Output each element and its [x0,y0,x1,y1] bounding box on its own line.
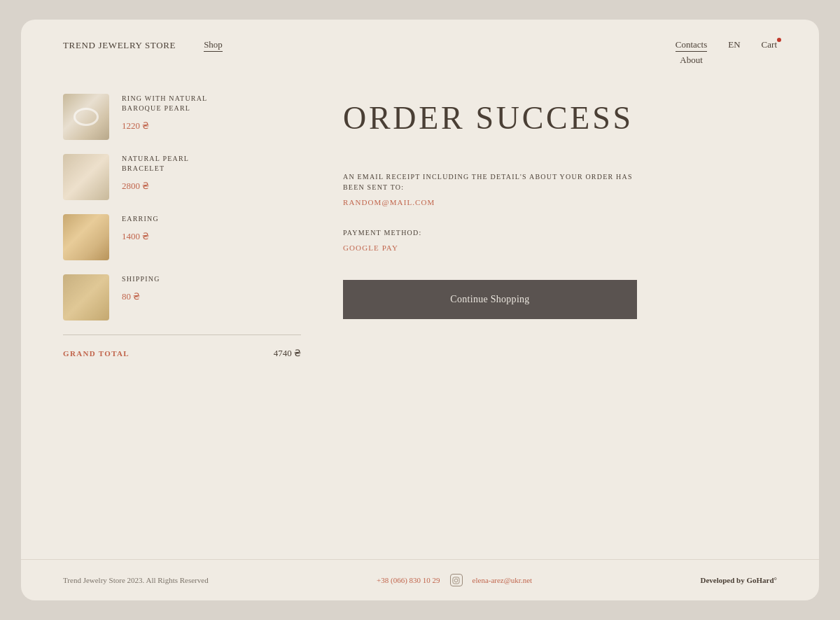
svg-rect-0 [453,577,459,583]
nav-shop-link[interactable]: Shop [204,39,223,52]
item-price-earring: 1400 ₴ [122,231,301,242]
footer-phone[interactable]: +38 (066) 830 10 29 [377,576,440,584]
footer-instagram-icon[interactable] [450,574,463,586]
item-info-earring: EARRING 1400 ₴ [122,214,301,242]
brand-name: TREND JEWELRY STORE [63,40,176,51]
item-image-bracelet [63,154,109,200]
item-image-earring [63,214,109,260]
item-price-bracelet: 2800 ₴ [122,181,301,192]
item-image-ring [63,94,109,140]
payment-label: PAYMENT METHOD: [343,227,777,238]
payment-info: PAYMENT METHOD: GOOGLE PAY [343,227,777,252]
footer-center: +38 (066) 830 10 29 elena-arez@ukr.net [377,574,532,586]
item-name-shipping: SHIPPING [122,274,301,284]
email-label: AN EMAIL RECEIPT INCLUDING THE DETAIL'S … [343,171,777,192]
order-item-ring: RING WITH NATURALBAROQUE PEARL 1220 ₴ [63,94,301,140]
continue-shopping-button[interactable]: Continue Shopping [343,280,637,319]
item-name-bracelet: NATURAL PEARLBRACELET [122,154,301,174]
nav-contacts-group: Contacts About [676,39,708,66]
email-value: RANDOM@MAIL.COM [343,198,777,206]
nav-about-link[interactable]: About [680,55,703,66]
footer-email[interactable]: elena-arez@ukr.net [472,576,533,584]
grand-total-value: 4740 ₴ [274,348,301,359]
order-success-title: ORDER SUCCESS [343,101,777,136]
item-name-earring: EARRING [122,214,301,224]
header-left: TREND JEWELRY STORE Shop [63,39,223,52]
email-info: AN EMAIL RECEIPT INCLUDING THE DETAIL'S … [343,171,777,206]
header-right: Contacts About EN Cart [676,39,777,66]
grand-total-label: GRAND TOTAL [63,349,130,358]
order-list: RING WITH NATURALBAROQUE PEARL 1220 ₴ NA… [63,94,301,531]
svg-point-1 [454,579,458,582]
svg-point-2 [458,578,458,579]
item-image-shipping [63,274,109,320]
nav-cart[interactable]: Cart [762,39,777,50]
order-success-panel: ORDER SUCCESS AN EMAIL RECEIPT INCLUDING… [343,94,777,531]
payment-value: GOOGLE PAY [343,244,777,252]
item-price-ring: 1220 ₴ [122,120,301,132]
grand-total-row: GRAND TOTAL 4740 ₴ [63,348,301,359]
footer-developer: Developed by GoHard° [700,576,777,584]
nav-lang[interactable]: EN [728,39,740,50]
item-info-shipping: SHIPPING 80 ₴ [122,274,301,302]
total-divider [63,334,301,335]
main-window: TREND JEWELRY STORE Shop Contacts About … [21,20,819,600]
item-price-shipping: 80 ₴ [122,291,301,302]
main-content: RING WITH NATURALBAROQUE PEARL 1220 ₴ NA… [21,73,819,559]
footer: Trend Jewelry Store 2023. All Rights Res… [21,559,819,600]
nav-contacts-link[interactable]: Contacts [676,39,708,52]
item-info-bracelet: NATURAL PEARLBRACELET 2800 ₴ [122,154,301,192]
order-item-earring: EARRING 1400 ₴ [63,214,301,260]
cart-badge [777,38,781,42]
header: TREND JEWELRY STORE Shop Contacts About … [21,20,819,73]
item-info-ring: RING WITH NATURALBAROQUE PEARL 1220 ₴ [122,94,301,132]
item-name-ring: RING WITH NATURALBAROQUE PEARL [122,94,301,113]
footer-copyright: Trend Jewelry Store 2023. All Rights Res… [63,576,209,584]
order-item-bracelet: NATURAL PEARLBRACELET 2800 ₴ [63,154,301,200]
order-item-shipping: SHIPPING 80 ₴ [63,274,301,320]
